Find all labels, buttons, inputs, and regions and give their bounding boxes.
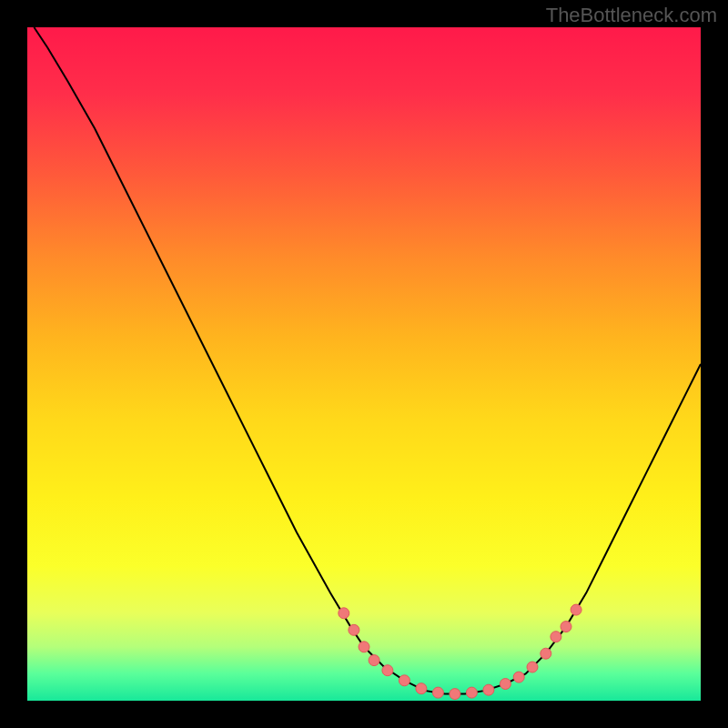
highlight-dot xyxy=(416,683,427,694)
highlight-dot xyxy=(432,687,443,698)
highlight-dot xyxy=(359,642,369,652)
highlight-dot xyxy=(541,648,551,659)
highlight-dot xyxy=(483,684,494,695)
highlight-dot xyxy=(571,604,581,615)
highlight-dot xyxy=(551,632,561,642)
highlight-dot xyxy=(527,662,538,672)
highlight-dot xyxy=(513,672,524,682)
chart-plot-area xyxy=(27,27,701,701)
highlight-dot xyxy=(500,679,511,690)
highlight-dot xyxy=(561,622,571,632)
chart-svg xyxy=(27,27,701,701)
highlight-dot xyxy=(450,689,460,700)
highlight-dot xyxy=(369,655,379,666)
highlight-dot xyxy=(339,608,349,619)
highlight-dot xyxy=(349,624,359,635)
highlight-dot xyxy=(382,665,393,676)
highlight-dot xyxy=(466,687,477,698)
highlight-dot xyxy=(399,675,410,686)
highlight-dots xyxy=(339,604,581,700)
watermark-label: TheBottleneck.com xyxy=(546,4,717,27)
curve-line xyxy=(34,27,701,694)
